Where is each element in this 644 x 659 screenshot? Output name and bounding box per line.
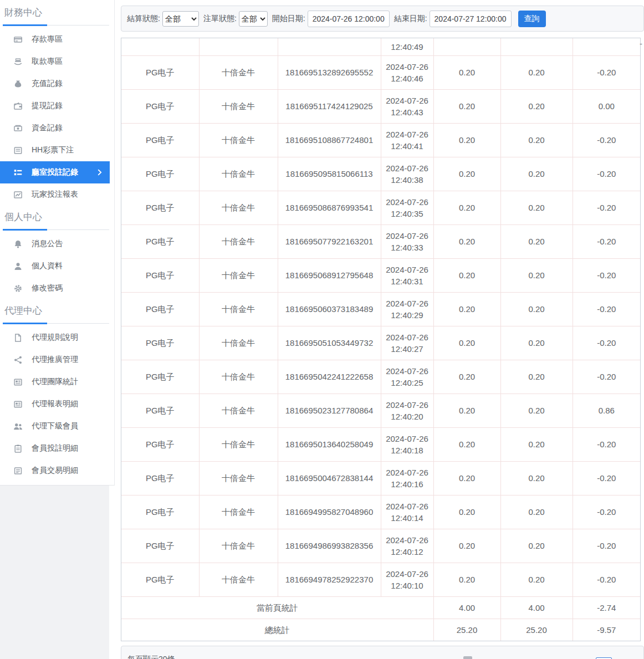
sidebar-item-money[interactable]: 資金記錄 (0, 117, 110, 139)
sidebar-item-share[interactable]: 代理推廣管理 (0, 349, 110, 371)
sidebar-item-label: 充值記錄 (32, 79, 63, 89)
sidebar-item-label: 代理規則說明 (32, 333, 78, 343)
summary-valid-bet: 4.00 (500, 596, 573, 619)
sidebar-item-chart[interactable]: 玩家投注報表 (0, 183, 110, 206)
sidebar-item-menu[interactable]: 廳室投註記錄 (0, 161, 110, 183)
sidebar-item-gear[interactable]: 修改密碼 (0, 277, 110, 299)
sidebar-item-doc[interactable]: 代理規則說明 (0, 326, 110, 349)
game-cell: 十倍金牛 (199, 360, 278, 394)
win-loss-cell: 0.86 (573, 394, 640, 427)
sidebar-section-finance: 財務中心 存款專區 取款專區 充值記錄 提現記錄 (0, 1, 114, 206)
game-cell: 十倍金牛 (199, 563, 278, 596)
bet-amount-cell: 0.20 (433, 563, 500, 596)
sidebar-item-bag[interactable]: 充值記錄 (0, 73, 110, 95)
sidebar-item-users[interactable]: 代理下級會員 (0, 415, 110, 437)
game-cell: 十倍金牛 (199, 258, 278, 292)
valid-bet-cell: 0.20 (500, 326, 573, 360)
sidebar-item-person[interactable]: 個人資料 (0, 255, 110, 277)
table-row: PG电子 十倍金牛 1816695095815066113 2024-07-26… (121, 157, 640, 191)
valid-bet-cell: 0.20 (500, 360, 573, 394)
time-cell: 2024-07-26 12:40:38 (381, 157, 433, 191)
valid-bet-cell: 0.20 (500, 157, 573, 191)
win-loss-cell (573, 38, 640, 55)
sidebar: 財務中心 存款專區 取款專區 充值記錄 提現記錄 (0, 0, 115, 486)
table-row: PG电子 十倍金牛 1816695042241222658 2024-07-26… (121, 360, 640, 394)
bet-amount-cell: 0.20 (433, 258, 500, 292)
page-size-label: 每頁顯示20條 (127, 655, 175, 659)
order-id-cell: 1816695004672838144 (278, 461, 381, 495)
provider-cell: PG电子 (121, 292, 199, 326)
end-date-input[interactable] (430, 11, 512, 27)
order-status-select[interactable]: 全部 (239, 11, 268, 27)
search-button[interactable]: 查詢 (518, 11, 546, 27)
sidebar-item-list[interactable]: HH彩票下注 (0, 139, 110, 161)
hand-icon (13, 57, 23, 67)
summary-valid-bet: 25.20 (500, 619, 573, 641)
summary-win-loss: -2.74 (573, 596, 640, 619)
settle-status-select[interactable]: 全部 (162, 11, 199, 27)
sidebar-item-card[interactable]: 存款專區 (0, 28, 110, 50)
valid-bet-cell: 0.20 (500, 529, 573, 563)
table-row: PG电子 十倍金牛 1816695117424129025 2024-07-26… (121, 89, 640, 123)
valid-bet-cell: 0.20 (500, 55, 573, 89)
sidebar-item-news[interactable]: 代理團隊統計 (0, 371, 110, 393)
chevron-right-icon (98, 169, 102, 176)
sidebar-item-wallet[interactable]: 提現記錄 (0, 95, 110, 117)
bet-amount-cell: 0.20 (433, 427, 500, 461)
card-icon (13, 35, 23, 44)
sidebar-item-label: 代理團隊統計 (32, 377, 78, 387)
sidebar-item-label: 廳室投註記錄 (32, 167, 78, 177)
table-row: PG电子 十倍金牛 1816694995827048960 2024-07-26… (121, 495, 640, 529)
order-id-cell: 1816694978252922370 (278, 563, 381, 596)
win-loss-cell: -0.20 (573, 191, 640, 224)
game-cell: 十倍金牛 (199, 326, 278, 360)
sidebar-item-bell[interactable]: 消息公告 (0, 233, 110, 255)
table-row: PG电子 十倍金牛 1816695086876993541 2024-07-26… (121, 191, 640, 224)
time-cell: 2024-07-26 12:40:43 (381, 89, 433, 123)
valid-bet-cell: 0.20 (500, 394, 573, 427)
pagination-control-clipped[interactable] (463, 656, 472, 659)
table-row: PG电子 十倍金牛 1816695108867724801 2024-07-26… (121, 123, 640, 157)
menu-icon (13, 168, 23, 177)
bet-amount-cell: 0.20 (433, 191, 500, 224)
wallet-icon (13, 101, 23, 111)
bet-amount-cell: 0.20 (433, 495, 500, 529)
table-row: PG电子 十倍金牛 1816695013640258049 2024-07-26… (121, 427, 640, 461)
provider-cell: PG电子 (121, 326, 199, 360)
win-loss-cell: -0.20 (573, 360, 640, 394)
provider-cell: PG电子 (121, 529, 199, 563)
provider-cell: PG电子 (121, 224, 199, 258)
table-row: PG电子 十倍金牛 1816695051053449732 2024-07-26… (121, 326, 640, 360)
time-cell: 2024-07-26 12:40:46 (381, 55, 433, 89)
order-id-cell: 1816695042241222658 (278, 360, 381, 394)
start-date-input[interactable] (308, 11, 390, 27)
win-loss-cell: -0.20 (573, 326, 640, 360)
bet-amount-cell: 0.20 (433, 360, 500, 394)
clipped-cell-dash: - (640, 39, 644, 49)
sidebar-item-label: 會員投註明細 (32, 443, 78, 453)
listbox-icon (13, 466, 23, 476)
win-loss-cell: -0.20 (573, 529, 640, 563)
bet-amount-cell: 0.20 (433, 529, 500, 563)
game-cell: 十倍金牛 (199, 55, 278, 89)
sidebar-section-personal: 個人中心 消息公告 個人資料 修改密碼 (0, 206, 114, 299)
game-cell: 十倍金牛 (199, 123, 278, 157)
bet-amount-cell (433, 38, 500, 55)
sidebar-item-listbox[interactable]: 會員交易明細 (0, 459, 110, 482)
time-cell: 2024-07-26 12:40:25 (381, 360, 433, 394)
summary-win-loss: -9.57 (573, 619, 640, 641)
sidebar-item-label: 代理推廣管理 (32, 355, 78, 365)
chart-icon (13, 190, 23, 200)
sidebar-item-news[interactable]: 代理報表明細 (0, 393, 110, 415)
valid-bet-cell: 0.20 (500, 123, 573, 157)
game-cell: 十倍金牛 (199, 157, 278, 191)
summary-label: 當前頁統計 (121, 596, 433, 619)
valid-bet-cell: 0.20 (500, 191, 573, 224)
sidebar-item-label: 取款專區 (32, 57, 63, 67)
provider-cell: PG电子 (121, 123, 199, 157)
order-id-cell: 1816694986993828356 (278, 529, 381, 563)
sidebar-item-clip[interactable]: 會員投註明細 (0, 437, 110, 459)
sidebar-item-hand[interactable]: 取款專區 (0, 50, 110, 73)
person-icon (13, 262, 23, 271)
table-row: PG电子 十倍金牛 1816695004672838144 2024-07-26… (121, 461, 640, 495)
